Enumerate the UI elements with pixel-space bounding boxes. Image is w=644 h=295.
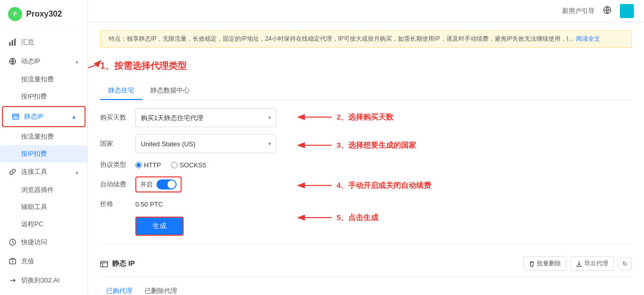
svg-rect-4: [14, 39, 16, 46]
sidebar-item-flow-billing[interactable]: 按流量扣费: [0, 71, 88, 88]
sidebar-item-connect-tools-label: 连接工具: [21, 167, 47, 176]
sidebar-item-summary-label: 汇总: [21, 38, 34, 47]
switch-icon: [8, 276, 17, 285]
chevron-up-icon-connect: ▲: [74, 169, 79, 175]
topbar: 新用户引导: [88, 0, 644, 22]
form-with-annotations: 购买天数 购买1天静态住宅代理 购买7天静态住宅代理 购买30天静态住宅代理 国…: [100, 108, 632, 240]
days-select-wrapper: 购买1天静态住宅代理 购买7天静态住宅代理 购买30天静态住宅代理: [135, 108, 276, 127]
protocol-label: 协议类型: [100, 160, 135, 169]
main-content: 新用户引导 特点：独享静态IP，无限流量，长效稳定，固定的IP地址，24小时保持…: [88, 0, 644, 295]
new-user-guide-link[interactable]: 新用户引导: [562, 7, 595, 16]
form-fields: 购买天数 购买1天静态住宅代理 购买7天静态住宅代理 购买30天静态住宅代理 国…: [100, 108, 276, 240]
protocol-http-option[interactable]: HTTP: [135, 161, 161, 169]
dynamic-ip-icon: [8, 57, 17, 66]
chart-icon: [8, 38, 17, 47]
notice-text: 特点：独享静态IP，无限流量，长效稳定，固定的IP地址，24小时保持在线稳定代理…: [109, 35, 574, 43]
read-more-link[interactable]: 阅读全文: [576, 35, 600, 43]
tab-static-residential[interactable]: 静态住宅: [100, 82, 142, 100]
proxy-type-tabs: 静态住宅 静态数据中心: [100, 82, 632, 100]
svg-rect-3: [12, 40, 13, 46]
tab-purchased[interactable]: 已购代理: [100, 283, 138, 295]
topbar-actions: 新用户引导: [562, 4, 634, 18]
generate-row: 生成: [135, 217, 276, 236]
protocol-http-label: HTTP: [144, 161, 161, 169]
country-label: 国家: [100, 139, 135, 148]
static-ip-icon: [11, 112, 20, 121]
sidebar-item-dynamic-ip[interactable]: 动态IP ▲: [0, 52, 88, 71]
protocol-socks5-radio[interactable]: [171, 162, 178, 168]
auto-renewal-label: 自动续费: [100, 180, 135, 189]
protocol-row: 协议类型 HTTP SOCKS5: [100, 160, 276, 169]
export-icon: [576, 261, 582, 267]
generate-button[interactable]: 生成: [135, 217, 184, 236]
sidebar-item-recharge[interactable]: 充值: [0, 252, 88, 271]
sidebar-item-recharge-label: 充值: [21, 257, 34, 266]
section-title: 静态 IP: [100, 259, 135, 268]
svg-rect-6: [13, 114, 19, 119]
sidebar-item-remote-pc[interactable]: 远程PC: [0, 216, 88, 233]
auto-renewal-row: 自动续费 开启: [100, 176, 276, 192]
logo-icon: P: [8, 7, 22, 21]
svg-text:P: P: [14, 12, 17, 17]
sidebar-item-summary[interactable]: 汇总: [0, 33, 88, 52]
sidebar-item-api-v2[interactable]: API V2 ▼: [0, 290, 88, 295]
days-select[interactable]: 购买1天静态住宅代理 购买7天静态住宅代理 购买30天静态住宅代理: [135, 108, 276, 127]
language-switcher[interactable]: [603, 6, 612, 16]
price-label: 价格: [100, 200, 135, 209]
country-select-wrapper: United States (US) United Kingdom (GB) G…: [135, 134, 276, 153]
step3-text: 3、选择想要生成的国家: [337, 141, 416, 150]
tab-static-datacenter[interactable]: 静态数据中心: [142, 82, 198, 100]
sidebar-item-connect-tools[interactable]: 连接工具 ▲: [0, 162, 88, 181]
chevron-up-icon-static: ▲: [71, 114, 76, 120]
chevron-up-icon: ▲: [74, 59, 79, 64]
batch-delete-button[interactable]: 批量删除: [523, 256, 567, 271]
step3-annotation: 3、选择想要生成的国家: [296, 140, 632, 150]
proxy-sub-tabs: 已购代理 已删除代理: [100, 283, 632, 295]
table-icon: [100, 260, 108, 268]
notice-bar: 特点：独享静态IP，无限流量，长效稳定，固定的IP地址，24小时保持在线稳定代理…: [100, 30, 632, 48]
content-inner: 特点：独享静态IP，无限流量，长效稳定，固定的IP地址，24小时保持在线稳定代理…: [88, 22, 644, 295]
country-row: 国家 United States (US) United Kingdom (GB…: [100, 134, 276, 153]
auto-renewal-toggle[interactable]: [156, 179, 177, 189]
svg-rect-2: [9, 42, 11, 46]
step5-text: 5、点击生成: [337, 213, 378, 223]
tab-deleted[interactable]: 已删除代理: [138, 283, 183, 295]
logo: P Proxy302: [0, 0, 88, 29]
step4-text: 4、手动开启或关闭自动续费: [337, 181, 431, 190]
sidebar-item-static-ip[interactable]: 静态IP ▲: [2, 106, 86, 127]
quick-access-icon: [8, 238, 17, 247]
link-icon: [8, 167, 17, 176]
step2-annotation: 2、选择购买天数: [296, 112, 632, 122]
sidebar-item-quick-access[interactable]: 快捷访问: [0, 233, 88, 252]
recharge-icon: [8, 257, 17, 266]
sidebar-item-browser-plugin[interactable]: 浏览器插件: [0, 181, 88, 199]
annotations-column: 2、选择购买天数 3、选择想要生成的国家: [286, 108, 632, 240]
protocol-socks5-label: SOCKS5: [180, 161, 206, 169]
refresh-button[interactable]: ↻: [618, 257, 632, 270]
protocol-radio-group: HTTP SOCKS5: [135, 161, 206, 169]
protocol-http-radio[interactable]: [135, 162, 142, 168]
sidebar-item-static-ip-label: 静态IP: [24, 112, 43, 121]
toggle-on-text: 开启: [140, 180, 152, 189]
section-header: 静态 IP 批量删除 导出代理 ↻: [100, 250, 632, 277]
sidebar-item-static-ip-billing[interactable]: 按IP扣费: [0, 145, 88, 162]
sidebar-item-switch-302ai[interactable]: 切换到302.AI: [0, 271, 88, 290]
protocol-socks5-option[interactable]: SOCKS5: [171, 161, 206, 169]
step4-annotation: 4、手动开启或关闭自动续费: [296, 180, 632, 190]
sidebar-item-ip-billing[interactable]: 按IP扣费: [0, 88, 88, 105]
section-title-text: 静态 IP: [112, 259, 135, 268]
static-ip-section: 静态 IP 批量删除 导出代理 ↻: [100, 244, 632, 295]
svg-rect-20: [101, 261, 108, 267]
sidebar-item-static-flow[interactable]: 按流量扣费: [0, 128, 88, 145]
export-button[interactable]: 导出代理: [571, 256, 614, 271]
country-select[interactable]: United States (US) United Kingdom (GB) G…: [135, 134, 276, 153]
sidebar-item-quick-access-label: 快捷访问: [21, 238, 47, 247]
user-avatar[interactable]: [620, 4, 634, 18]
days-label: 购买天数: [100, 113, 135, 122]
section-actions: 批量删除 导出代理 ↻: [523, 256, 632, 271]
price-row: 价格 0.50 PTC: [100, 200, 276, 209]
trash-icon: [529, 261, 535, 267]
days-row: 购买天数 购买1天静态住宅代理 购买7天静态住宅代理 购买30天静态住宅代理: [100, 108, 276, 127]
sidebar: P Proxy302 汇总 动态IP ▲ 按流量扣费 按IP扣费: [0, 0, 88, 295]
sidebar-item-helper-tools[interactable]: 辅助工具: [0, 199, 88, 216]
